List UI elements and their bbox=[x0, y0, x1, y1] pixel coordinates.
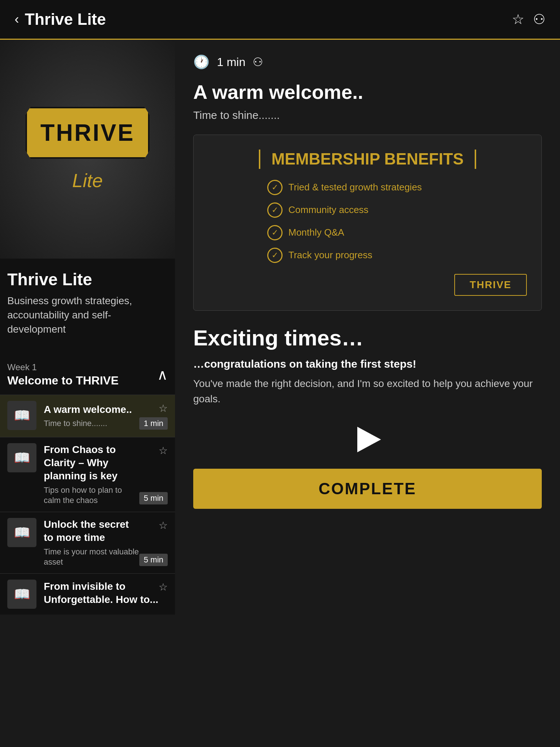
right-column: 🕐 1 min ⚇ A warm welcome.. Time to shine… bbox=[175, 40, 560, 615]
book-icon: 📖 bbox=[14, 408, 30, 423]
lesson-subtitle: Time to shine....... bbox=[44, 418, 139, 429]
header-left: ‹ Thrive Lite bbox=[15, 10, 106, 28]
check-icon: ✓ bbox=[267, 225, 283, 240]
membership-item-text: Community access bbox=[288, 204, 369, 216]
lesson-duration: 5 min bbox=[139, 492, 168, 504]
lesson-star-icon[interactable]: ☆ bbox=[159, 519, 168, 531]
lesson-thumbnail: 📖 bbox=[7, 401, 36, 430]
main-layout: THRIVE Lite Thrive Lite Business growth … bbox=[0, 40, 560, 615]
membership-item-text: Monthly Q&A bbox=[288, 227, 344, 238]
check-icon: ✓ bbox=[267, 202, 283, 218]
week-header[interactable]: Week 1 Welcome to THRIVE ∧ bbox=[0, 355, 175, 395]
lesson-meta: ☆ 5 min bbox=[139, 518, 168, 568]
membership-title: MEMBERSHIP BENEFITS bbox=[259, 150, 476, 169]
lesson-star-icon[interactable]: ☆ bbox=[159, 581, 168, 593]
lesson-title: From Chaos to Clarity – Why planning is … bbox=[44, 443, 139, 483]
week-chevron-icon: ∧ bbox=[157, 366, 168, 383]
lesson-content: Unlock the secret to more time Time is y… bbox=[44, 518, 139, 568]
lesson-item[interactable]: 📖 A warm welcome.. Time to shine....... … bbox=[0, 395, 175, 437]
membership-item: ✓ Monthly Q&A bbox=[267, 225, 468, 240]
header-title: Thrive Lite bbox=[25, 10, 106, 28]
lesson-star-icon[interactable]: ☆ bbox=[159, 445, 168, 457]
lesson-content: A warm welcome.. Time to shine....... bbox=[44, 401, 139, 431]
check-icon: ✓ bbox=[267, 248, 283, 263]
membership-item: ✓ Tried & tested growth strategies bbox=[267, 180, 468, 195]
lesson-duration: 1 min bbox=[139, 417, 168, 430]
lesson-duration: 5 min bbox=[139, 554, 168, 566]
lesson-title: A warm welcome.. bbox=[44, 403, 139, 416]
week-section: Week 1 Welcome to THRIVE ∧ 📖 A warm welc… bbox=[0, 355, 175, 615]
lesson-item[interactable]: 📖 Unlock the secret to more time Time is… bbox=[0, 512, 175, 573]
link-icon[interactable]: ⚇ bbox=[533, 11, 545, 27]
week-name: Welcome to THRIVE bbox=[7, 374, 118, 387]
checkmark: ✓ bbox=[272, 228, 278, 237]
star-icon[interactable]: ☆ bbox=[512, 11, 524, 27]
lesson-title: Unlock the secret to more time bbox=[44, 518, 139, 545]
membership-item: ✓ Community access bbox=[267, 202, 468, 218]
lesson-content: From Chaos to Clarity – Why planning is … bbox=[44, 443, 139, 506]
checkmark: ✓ bbox=[272, 205, 278, 215]
checkmark: ✓ bbox=[272, 251, 278, 260]
lesson-meta: ☆ bbox=[159, 580, 168, 609]
left-column: THRIVE Lite Thrive Lite Business growth … bbox=[0, 40, 175, 615]
membership-card: MEMBERSHIP BENEFITS ✓ Tried & tested gro… bbox=[193, 135, 542, 311]
complete-button[interactable]: COMPLETE bbox=[193, 469, 542, 509]
hero-lite-text: Lite bbox=[72, 170, 103, 191]
hero-image: THRIVE Lite bbox=[0, 40, 175, 259]
lesson-thumbnail: 📖 bbox=[7, 580, 36, 609]
hero-thrive-text: THRIVE bbox=[40, 119, 135, 146]
hero-ticket: THRIVE bbox=[26, 107, 149, 159]
membership-item-text: Track your progress bbox=[288, 249, 372, 261]
week-label: Week 1 bbox=[7, 362, 118, 372]
content-subtitle: Time to shine....... bbox=[193, 109, 542, 121]
play-section bbox=[193, 425, 542, 454]
book-icon: 📖 bbox=[14, 587, 30, 602]
content-meta: 🕐 1 min ⚇ bbox=[193, 54, 542, 70]
clock-icon: 🕐 bbox=[193, 54, 210, 70]
lesson-item[interactable]: 📖 From Chaos to Clarity – Why planning i… bbox=[0, 437, 175, 512]
lesson-star-icon[interactable]: ☆ bbox=[159, 402, 168, 414]
play-triangle-icon bbox=[357, 427, 381, 452]
exciting-bold: …congratulations on taking the first ste… bbox=[193, 358, 542, 370]
play-button[interactable] bbox=[353, 425, 382, 454]
lesson-content: From invisible to Unforgettable. How to.… bbox=[44, 580, 159, 609]
content-duration: 1 min bbox=[217, 55, 245, 69]
lesson-thumbnail: 📖 bbox=[7, 443, 36, 472]
book-icon: 📖 bbox=[14, 525, 30, 540]
course-description: Business growth strategies, accountabili… bbox=[7, 294, 168, 337]
back-button[interactable]: ‹ bbox=[15, 12, 19, 27]
membership-item: ✓ Track your progress bbox=[267, 248, 468, 263]
header-icons: ☆ ⚇ bbox=[512, 11, 545, 27]
lesson-item[interactable]: 📖 From invisible to Unforgettable. How t… bbox=[0, 573, 175, 615]
lesson-thumbnail: 📖 bbox=[7, 518, 36, 547]
thrive-button[interactable]: THRIVE bbox=[454, 274, 527, 296]
lesson-title: From invisible to Unforgettable. How to.… bbox=[44, 580, 159, 607]
course-info: Thrive Lite Business growth strategies, … bbox=[0, 259, 175, 344]
lesson-subtitle: Time is your most valuable asset bbox=[44, 547, 139, 568]
lesson-meta: ☆ 1 min bbox=[139, 401, 168, 431]
checkmark: ✓ bbox=[272, 183, 278, 192]
exciting-title: Exciting times… bbox=[193, 325, 542, 351]
header: ‹ Thrive Lite ☆ ⚇ bbox=[0, 0, 560, 40]
check-icon: ✓ bbox=[267, 180, 283, 195]
membership-item-text: Tried & tested growth strategies bbox=[288, 182, 422, 193]
lesson-subtitle: Tips on how to plan to calm the chaos bbox=[44, 485, 139, 506]
exciting-text: You've made the right decision, and I'm … bbox=[193, 376, 542, 407]
lesson-meta: ☆ 5 min bbox=[139, 443, 168, 506]
content-title: A warm welcome.. bbox=[193, 81, 542, 103]
book-icon: 📖 bbox=[14, 450, 30, 465]
course-title: Thrive Lite bbox=[7, 270, 168, 289]
content-link-icon[interactable]: ⚇ bbox=[253, 55, 263, 69]
